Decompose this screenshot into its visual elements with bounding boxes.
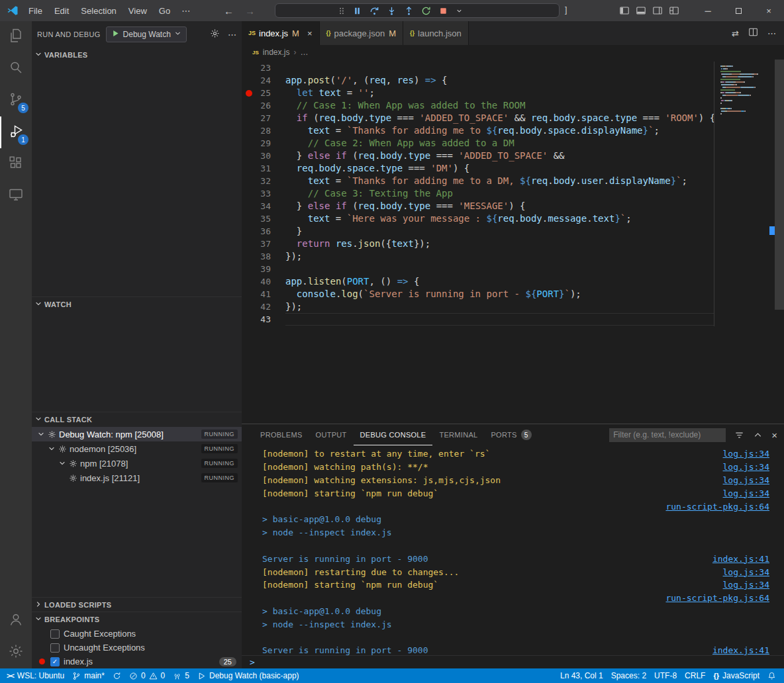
code-line[interactable]: }); xyxy=(285,250,715,263)
minimap[interactable] xyxy=(720,63,772,118)
restart-button[interactable] xyxy=(421,6,431,16)
code-line[interactable]: } else if (req.body.type === 'MESSAGE') … xyxy=(285,200,715,212)
sidebar-more-actions-icon[interactable]: ⋯ xyxy=(228,30,236,40)
gutter-row[interactable]: 43 xyxy=(242,313,285,326)
console-source-link[interactable]: index.js:41 xyxy=(712,554,769,564)
step-out-button[interactable] xyxy=(404,6,414,16)
code-line[interactable]: // Case 3: Texting the App xyxy=(285,187,715,200)
breakpoint-item[interactable]: Uncaught Exceptions xyxy=(32,641,242,655)
close-button[interactable]: × xyxy=(754,0,784,21)
gutter-row[interactable]: 39 xyxy=(242,263,285,275)
activity-remote-explorer[interactable] xyxy=(0,180,32,212)
eol-indicator[interactable]: CRLF xyxy=(681,668,709,683)
customize-layout-icon[interactable] xyxy=(669,5,679,16)
gutter-row[interactable]: 29 xyxy=(242,137,285,150)
stop-button[interactable] xyxy=(438,6,448,16)
gutter-row[interactable]: 26 xyxy=(242,99,285,112)
call-stack-item[interactable]: npm [21078]RUNNING xyxy=(32,456,242,471)
code-line[interactable]: }); xyxy=(285,300,715,313)
gutter-row[interactable]: 32 xyxy=(242,175,285,187)
debug-config-dropdown[interactable]: Debug Watch xyxy=(106,26,187,42)
panel-tab-problems[interactable]: PROBLEMS xyxy=(254,424,309,445)
split-editor-icon[interactable] xyxy=(748,27,758,39)
debug-toolbar-chevron-icon[interactable] xyxy=(456,7,463,15)
step-over-button[interactable] xyxy=(369,6,379,16)
activity-search[interactable] xyxy=(0,53,32,85)
code-line[interactable]: app.post('/', (req, res) => { xyxy=(285,74,715,87)
code-line[interactable]: return res.json({text}); xyxy=(285,238,715,250)
watch-section-header[interactable]: WATCH xyxy=(32,297,242,312)
activity-explorer[interactable] xyxy=(0,21,32,53)
loaded-scripts-section-header[interactable]: LOADED SCRIPTS xyxy=(32,598,242,612)
maximize-button[interactable] xyxy=(723,0,754,21)
activity-extensions[interactable] xyxy=(0,148,32,180)
ports-indicator[interactable]: 5 xyxy=(169,668,193,683)
breakpoint-checkbox[interactable] xyxy=(50,629,60,639)
git-branch-indicator[interactable]: main* xyxy=(68,668,109,683)
maximize-panel-icon[interactable] xyxy=(753,430,763,440)
gutter-row[interactable]: 35 xyxy=(242,212,285,225)
menu-overflow-icon[interactable]: ⋯ xyxy=(176,6,195,16)
editor-tab-index.js[interactable]: JSindex.jsM× xyxy=(242,21,320,45)
breakpoint-item[interactable]: Caught Exceptions xyxy=(32,627,242,641)
code-line[interactable]: req.body.space.type === 'DM') { xyxy=(285,162,715,175)
toggle-sidebar-icon[interactable] xyxy=(619,5,630,16)
remote-indicator[interactable]: >< WSL: Ubuntu xyxy=(0,668,68,683)
gripper-icon[interactable] xyxy=(338,6,345,16)
gutter-row[interactable]: 40 xyxy=(242,275,285,288)
gutter-row[interactable]: 27 xyxy=(242,112,285,124)
code-line[interactable]: // Case 1: When App was added to the ROO… xyxy=(285,99,715,112)
gutter-row[interactable]: 23 xyxy=(242,62,285,74)
call-stack-item[interactable]: index.js [21121]RUNNING xyxy=(32,471,242,485)
breakpoint-item[interactable]: ✓index.js25 xyxy=(32,655,242,668)
activity-accounts[interactable] xyxy=(0,605,32,637)
tab-close-icon[interactable]: × xyxy=(307,28,313,38)
breakpoints-section-header[interactable]: BREAKPOINTS xyxy=(32,612,242,627)
debug-settings-gear-icon[interactable] xyxy=(210,28,220,40)
console-source-link[interactable]: index.js:41 xyxy=(712,645,769,655)
gutter-row[interactable]: 36 xyxy=(242,225,285,238)
code-line[interactable]: } else if (req.body.type === 'ADDED_TO_S… xyxy=(285,150,715,162)
filter-list-icon[interactable] xyxy=(734,430,744,440)
menu-item-go[interactable]: Go xyxy=(153,6,176,16)
gutter-row[interactable]: 30 xyxy=(242,150,285,162)
toggle-panel-icon[interactable] xyxy=(636,5,646,16)
start-debug-icon[interactable] xyxy=(111,29,120,40)
gutter-row[interactable]: 34 xyxy=(242,200,285,212)
code-line[interactable] xyxy=(285,263,715,275)
console-source-link[interactable]: log.js:34 xyxy=(723,449,769,459)
indentation-indicator[interactable]: Spaces: 2 xyxy=(607,668,650,683)
editor-more-actions-icon[interactable]: ⋯ xyxy=(767,28,776,38)
gutter-row[interactable]: 33 xyxy=(242,187,285,200)
code-line[interactable]: text = `Thanks for adding me to a DM, ${… xyxy=(285,175,715,187)
console-source-link[interactable]: log.js:34 xyxy=(723,567,769,577)
toggle-secondary-sidebar-icon[interactable] xyxy=(652,5,663,16)
menu-item-edit[interactable]: Edit xyxy=(48,6,75,16)
code-line[interactable]: app.listen(PORT, () => { xyxy=(285,275,715,288)
variables-section-header[interactable]: VARIABLES xyxy=(32,48,242,62)
code-line[interactable]: text = `Here was your message : ${req.bo… xyxy=(285,212,715,225)
code-line[interactable] xyxy=(285,62,715,74)
notifications-bell[interactable] xyxy=(763,668,780,683)
activity-source-control[interactable]: 5 xyxy=(0,85,32,116)
cursor-position-indicator[interactable]: Ln 43, Col 1 xyxy=(556,668,607,683)
minimize-button[interactable]: ─ xyxy=(693,0,723,21)
call-stack-item[interactable]: nodemon [25036]RUNNING xyxy=(32,441,242,456)
panel-tab-output[interactable]: OUTPUT xyxy=(309,424,354,445)
code-line[interactable]: } xyxy=(285,225,715,238)
gutter-row[interactable]: 25 xyxy=(242,87,285,99)
console-source-link[interactable]: run-script-pkg.js:64 xyxy=(665,593,769,603)
command-center[interactable] xyxy=(275,3,560,18)
scrollbar-thumb[interactable] xyxy=(775,60,784,310)
code-line[interactable]: if (req.body.type === 'ADDED_TO_SPACE' &… xyxy=(285,112,715,124)
code-line[interactable]: // Case 2: When App was added to a DM xyxy=(285,137,715,150)
pause-button[interactable] xyxy=(352,6,362,16)
debug-console-output[interactable]: [nodemon] to restart at any time, enter … xyxy=(242,445,784,655)
menu-item-view[interactable]: View xyxy=(122,6,153,16)
activity-settings[interactable] xyxy=(0,637,32,668)
code-line[interactable] xyxy=(285,313,714,326)
close-panel-icon[interactable]: × xyxy=(771,430,777,441)
back-arrow-icon[interactable]: ← xyxy=(224,5,234,17)
panel-tab-debug-console[interactable]: DEBUG CONSOLE xyxy=(354,424,433,445)
console-source-link[interactable]: log.js:34 xyxy=(723,488,769,498)
